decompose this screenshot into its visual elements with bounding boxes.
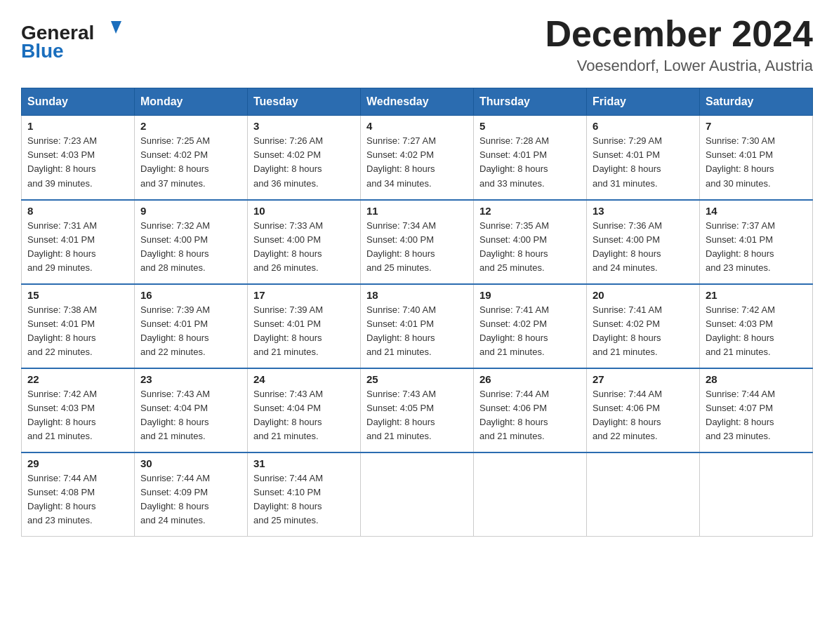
day-number: 5 bbox=[479, 120, 581, 132]
calendar-cell: 16Sunrise: 7:39 AMSunset: 4:01 PMDayligh… bbox=[135, 284, 248, 368]
title-area: December 2024 Voesendorf, Lower Austria,… bbox=[545, 14, 813, 75]
weekday-header-friday: Friday bbox=[587, 88, 700, 116]
day-number: 8 bbox=[27, 205, 128, 217]
day-number: 28 bbox=[706, 373, 807, 385]
calendar-cell: 11Sunrise: 7:34 AMSunset: 4:00 PMDayligh… bbox=[361, 200, 474, 284]
calendar-cell: 9Sunrise: 7:32 AMSunset: 4:00 PMDaylight… bbox=[135, 200, 248, 284]
day-number: 13 bbox=[593, 205, 694, 217]
day-info: Sunrise: 7:37 AMSunset: 4:01 PMDaylight:… bbox=[706, 219, 807, 276]
calendar-cell: 23Sunrise: 7:43 AMSunset: 4:04 PMDayligh… bbox=[135, 368, 248, 452]
day-info: Sunrise: 7:44 AMSunset: 4:06 PMDaylight:… bbox=[593, 387, 694, 444]
calendar-table: SundayMondayTuesdayWednesdayThursdayFrid… bbox=[21, 88, 813, 537]
logo: General Blue bbox=[21, 14, 133, 63]
calendar-cell: 17Sunrise: 7:39 AMSunset: 4:01 PMDayligh… bbox=[248, 284, 361, 368]
day-number: 4 bbox=[366, 120, 468, 132]
calendar-cell: 30Sunrise: 7:44 AMSunset: 4:09 PMDayligh… bbox=[135, 452, 248, 537]
calendar-week-row: 29Sunrise: 7:44 AMSunset: 4:08 PMDayligh… bbox=[22, 452, 813, 537]
calendar-cell: 13Sunrise: 7:36 AMSunset: 4:00 PMDayligh… bbox=[587, 200, 700, 284]
day-info: Sunrise: 7:35 AMSunset: 4:00 PMDaylight:… bbox=[479, 219, 581, 276]
calendar-week-row: 8Sunrise: 7:31 AMSunset: 4:01 PMDaylight… bbox=[22, 200, 813, 284]
day-number: 20 bbox=[593, 289, 694, 301]
day-info: Sunrise: 7:23 AMSunset: 4:03 PMDaylight:… bbox=[27, 134, 128, 191]
day-info: Sunrise: 7:43 AMSunset: 4:04 PMDaylight:… bbox=[253, 387, 355, 444]
day-number: 6 bbox=[593, 120, 694, 132]
day-info: Sunrise: 7:42 AMSunset: 4:03 PMDaylight:… bbox=[27, 387, 128, 444]
day-info: Sunrise: 7:43 AMSunset: 4:04 PMDaylight:… bbox=[140, 387, 241, 444]
weekday-header-tuesday: Tuesday bbox=[248, 88, 361, 116]
calendar-cell: 7Sunrise: 7:30 AMSunset: 4:01 PMDaylight… bbox=[700, 116, 813, 200]
svg-text:Blue: Blue bbox=[21, 40, 64, 62]
day-info: Sunrise: 7:43 AMSunset: 4:05 PMDaylight:… bbox=[366, 387, 468, 444]
day-info: Sunrise: 7:33 AMSunset: 4:00 PMDaylight:… bbox=[253, 219, 355, 276]
month-title: December 2024 bbox=[545, 14, 813, 54]
day-number: 16 bbox=[140, 289, 241, 301]
day-info: Sunrise: 7:40 AMSunset: 4:01 PMDaylight:… bbox=[366, 303, 468, 360]
day-info: Sunrise: 7:44 AMSunset: 4:07 PMDaylight:… bbox=[706, 387, 807, 444]
calendar-cell bbox=[587, 452, 700, 537]
day-info: Sunrise: 7:29 AMSunset: 4:01 PMDaylight:… bbox=[593, 134, 694, 191]
day-info: Sunrise: 7:41 AMSunset: 4:02 PMDaylight:… bbox=[593, 303, 694, 360]
svg-marker-1 bbox=[111, 21, 121, 34]
day-number: 15 bbox=[27, 289, 128, 301]
calendar-cell bbox=[361, 452, 474, 537]
day-number: 25 bbox=[366, 373, 468, 385]
day-number: 22 bbox=[27, 373, 128, 385]
day-number: 23 bbox=[140, 373, 241, 385]
day-number: 3 bbox=[253, 120, 355, 132]
day-number: 30 bbox=[140, 457, 241, 469]
day-info: Sunrise: 7:25 AMSunset: 4:02 PMDaylight:… bbox=[140, 134, 241, 191]
day-info: Sunrise: 7:34 AMSunset: 4:00 PMDaylight:… bbox=[366, 219, 468, 276]
day-info: Sunrise: 7:27 AMSunset: 4:02 PMDaylight:… bbox=[366, 134, 468, 191]
day-info: Sunrise: 7:28 AMSunset: 4:01 PMDaylight:… bbox=[479, 134, 581, 191]
calendar-cell: 10Sunrise: 7:33 AMSunset: 4:00 PMDayligh… bbox=[248, 200, 361, 284]
day-info: Sunrise: 7:44 AMSunset: 4:08 PMDaylight:… bbox=[27, 471, 128, 528]
day-number: 18 bbox=[366, 289, 468, 301]
day-number: 26 bbox=[479, 373, 581, 385]
calendar-week-row: 22Sunrise: 7:42 AMSunset: 4:03 PMDayligh… bbox=[22, 368, 813, 452]
calendar-cell: 3Sunrise: 7:26 AMSunset: 4:02 PMDaylight… bbox=[248, 116, 361, 200]
day-number: 11 bbox=[366, 205, 468, 217]
day-number: 17 bbox=[253, 289, 355, 301]
day-info: Sunrise: 7:38 AMSunset: 4:01 PMDaylight:… bbox=[27, 303, 128, 360]
day-number: 24 bbox=[253, 373, 355, 385]
day-number: 12 bbox=[479, 205, 581, 217]
weekday-header-row: SundayMondayTuesdayWednesdayThursdayFrid… bbox=[22, 88, 813, 116]
day-info: Sunrise: 7:30 AMSunset: 4:01 PMDaylight:… bbox=[706, 134, 807, 191]
calendar-cell: 19Sunrise: 7:41 AMSunset: 4:02 PMDayligh… bbox=[474, 284, 587, 368]
location-title: Voesendorf, Lower Austria, Austria bbox=[545, 57, 813, 75]
day-number: 29 bbox=[27, 457, 128, 469]
day-info: Sunrise: 7:36 AMSunset: 4:00 PMDaylight:… bbox=[593, 219, 694, 276]
calendar-cell: 2Sunrise: 7:25 AMSunset: 4:02 PMDaylight… bbox=[135, 116, 248, 200]
day-number: 7 bbox=[706, 120, 807, 132]
calendar-cell: 14Sunrise: 7:37 AMSunset: 4:01 PMDayligh… bbox=[700, 200, 813, 284]
day-info: Sunrise: 7:32 AMSunset: 4:00 PMDaylight:… bbox=[140, 219, 241, 276]
calendar-cell bbox=[474, 452, 587, 537]
calendar-cell: 5Sunrise: 7:28 AMSunset: 4:01 PMDaylight… bbox=[474, 116, 587, 200]
calendar-cell: 25Sunrise: 7:43 AMSunset: 4:05 PMDayligh… bbox=[361, 368, 474, 452]
calendar-cell bbox=[700, 452, 813, 537]
calendar-cell: 21Sunrise: 7:42 AMSunset: 4:03 PMDayligh… bbox=[700, 284, 813, 368]
day-number: 27 bbox=[593, 373, 694, 385]
calendar-cell: 15Sunrise: 7:38 AMSunset: 4:01 PMDayligh… bbox=[22, 284, 135, 368]
calendar-cell: 1Sunrise: 7:23 AMSunset: 4:03 PMDaylight… bbox=[22, 116, 135, 200]
day-number: 14 bbox=[706, 205, 807, 217]
calendar-week-row: 15Sunrise: 7:38 AMSunset: 4:01 PMDayligh… bbox=[22, 284, 813, 368]
calendar-cell: 18Sunrise: 7:40 AMSunset: 4:01 PMDayligh… bbox=[361, 284, 474, 368]
day-number: 9 bbox=[140, 205, 241, 217]
weekday-header-sunday: Sunday bbox=[22, 88, 135, 116]
weekday-header-monday: Monday bbox=[135, 88, 248, 116]
day-info: Sunrise: 7:39 AMSunset: 4:01 PMDaylight:… bbox=[253, 303, 355, 360]
weekday-header-thursday: Thursday bbox=[474, 88, 587, 116]
day-info: Sunrise: 7:42 AMSunset: 4:03 PMDaylight:… bbox=[706, 303, 807, 360]
day-number: 19 bbox=[479, 289, 581, 301]
weekday-header-saturday: Saturday bbox=[700, 88, 813, 116]
day-info: Sunrise: 7:44 AMSunset: 4:06 PMDaylight:… bbox=[479, 387, 581, 444]
calendar-cell: 4Sunrise: 7:27 AMSunset: 4:02 PMDaylight… bbox=[361, 116, 474, 200]
day-number: 1 bbox=[27, 120, 128, 132]
weekday-header-wednesday: Wednesday bbox=[361, 88, 474, 116]
day-number: 10 bbox=[253, 205, 355, 217]
day-number: 31 bbox=[253, 457, 355, 469]
calendar-cell: 12Sunrise: 7:35 AMSunset: 4:00 PMDayligh… bbox=[474, 200, 587, 284]
header: General Blue December 2024 Voesendorf, L… bbox=[21, 14, 813, 75]
calendar-cell: 27Sunrise: 7:44 AMSunset: 4:06 PMDayligh… bbox=[587, 368, 700, 452]
